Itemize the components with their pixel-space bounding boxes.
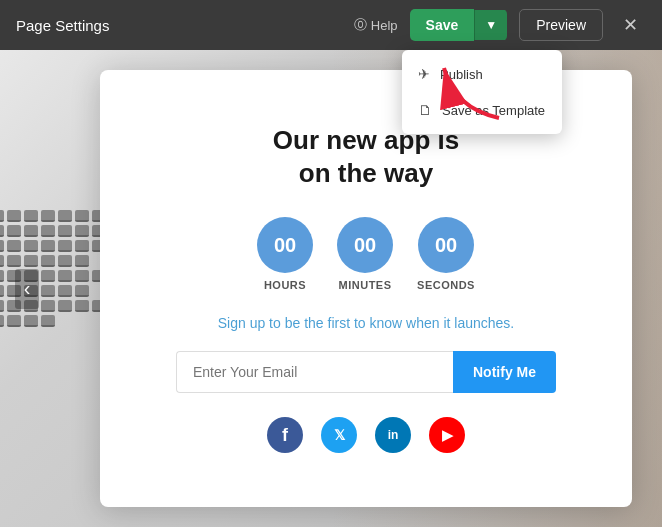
email-input[interactable] xyxy=(176,351,453,393)
seconds-circle: 00 xyxy=(418,217,474,273)
facebook-icon[interactable]: f xyxy=(267,417,303,453)
notify-button[interactable]: Notify Me xyxy=(453,351,556,393)
minutes-circle: 00 xyxy=(337,217,393,273)
red-arrow-indicator xyxy=(434,48,514,128)
page-card: Our new app is on the way 00 HOURS 00 MI… xyxy=(100,70,632,507)
twitter-icon[interactable]: 𝕏 xyxy=(321,417,357,453)
signup-text: Sign up to be the first to know when it … xyxy=(218,315,515,331)
save-button[interactable]: Save xyxy=(410,9,475,41)
seconds-label: SECONDS xyxy=(417,279,475,291)
save-button-group: Save ▼ xyxy=(410,9,508,41)
main-content: ‹ Our new app is on the way 00 HOURS 00 … xyxy=(0,50,662,527)
countdown-seconds: 00 SECONDS xyxy=(417,217,475,291)
social-icons-section: f 𝕏 in ▶ xyxy=(267,417,465,453)
save-dropdown-arrow[interactable]: ▼ xyxy=(474,10,507,40)
countdown-section: 00 HOURS 00 MINUTES 00 SECONDS xyxy=(257,217,475,291)
preview-button[interactable]: Preview xyxy=(519,9,603,41)
linkedin-icon[interactable]: in xyxy=(375,417,411,453)
countdown-minutes: 00 MINUTES xyxy=(337,217,393,291)
publish-icon: ✈ xyxy=(418,66,430,82)
youtube-icon[interactable]: ▶ xyxy=(429,417,465,453)
page-title: Page Settings xyxy=(16,17,109,34)
save-template-icon: 🗋 xyxy=(418,102,432,118)
email-form: Notify Me xyxy=(176,351,556,393)
page-nav-left-arrow[interactable]: ‹ xyxy=(15,269,39,309)
header-actions: ⓪ Help Save ▼ Preview ✕ xyxy=(354,9,646,41)
help-icon: ⓪ xyxy=(354,16,367,34)
hours-circle: 00 xyxy=(257,217,313,273)
help-button[interactable]: ⓪ Help xyxy=(354,16,398,34)
countdown-hours: 00 HOURS xyxy=(257,217,313,291)
header-bar: Page Settings ⓪ Help Save ▼ Preview ✕ xyxy=(0,0,662,50)
minutes-label: MINUTES xyxy=(339,279,392,291)
hours-label: HOURS xyxy=(264,279,306,291)
close-button[interactable]: ✕ xyxy=(615,10,646,40)
